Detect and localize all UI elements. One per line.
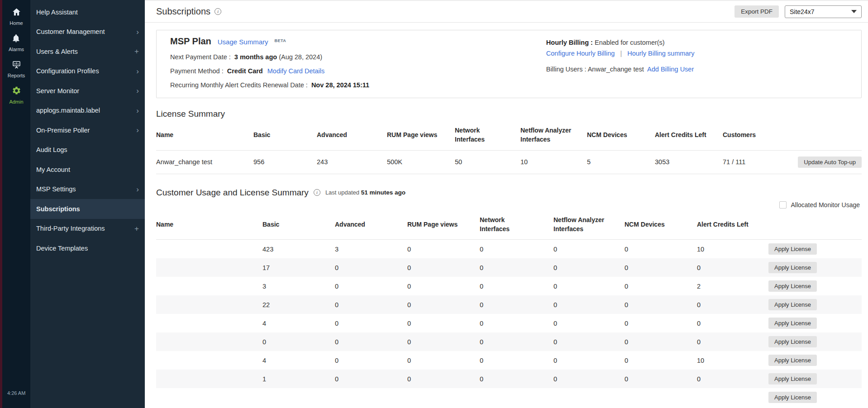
- table-row-partial: Apply License: [156, 388, 862, 407]
- apply-license-button[interactable]: Apply License: [768, 299, 817, 310]
- payment-method-line: Payment Method : Credit Card Modify Card…: [170, 67, 546, 75]
- license-table-row: Anwar_change test 956 243 500K 50 10 5 3…: [156, 151, 862, 174]
- main-content: Subscriptions i Export PDF Site24x7 MSP …: [145, 0, 868, 408]
- table-row: 1000000 Apply License: [156, 370, 862, 388]
- add-billing-user-link[interactable]: Add Billing User: [647, 66, 694, 73]
- plus-icon: +: [134, 225, 139, 232]
- rail-item-home[interactable]: Home: [10, 7, 23, 26]
- admin-menu: Help Assistant Customer Management› User…: [30, 0, 145, 408]
- info-icon[interactable]: i: [215, 8, 221, 15]
- page-header: Subscriptions i Export PDF Site24x7: [145, 1, 868, 23]
- customer-usage-title: Customer Usage and License Summary: [156, 188, 309, 198]
- next-payment-line: Next Payment Date : 3 months ago (Aug 28…: [170, 53, 546, 61]
- rail-item-alarms[interactable]: Alarms: [9, 33, 24, 52]
- sidebar-item-customer-management[interactable]: Customer Management›: [30, 22, 145, 42]
- account-select-value: Site24x7: [790, 8, 814, 15]
- link-separator: |: [620, 50, 622, 57]
- modify-card-details-link[interactable]: Modify Card Details: [267, 67, 325, 75]
- apply-license-button[interactable]: Apply License: [768, 243, 817, 255]
- plus-icon: +: [134, 47, 139, 55]
- table-row: 22000000 Apply License: [156, 295, 862, 314]
- rail-item-label: Admin: [9, 99, 23, 104]
- sidebar-item-third-party-integrations[interactable]: Third-Party Integrations+: [30, 219, 145, 239]
- table-row: 3000002 Apply License: [156, 277, 862, 295]
- table-row: 17000000 Apply License: [156, 258, 862, 277]
- sidebar-item-configuration-profiles[interactable]: Configuration Profiles›: [30, 62, 145, 81]
- caret-down-icon: [851, 10, 857, 13]
- usage-summary-link[interactable]: Usage Summary: [218, 38, 268, 46]
- chevron-right-icon: ›: [136, 185, 139, 193]
- recurring-renewal-line: Recurring Monthly Alert Credits Renewal …: [170, 81, 546, 89]
- chevron-right-icon: ›: [136, 126, 139, 134]
- home-icon: [12, 7, 21, 19]
- usage-table-header: Name Basic Advanced RUM Page views Netwo…: [156, 209, 862, 240]
- msp-plan-box: MSP Plan Usage Summary BETA Next Payment…: [156, 30, 862, 98]
- sidebar-item-msp-settings[interactable]: MSP Settings›: [30, 180, 145, 199]
- apply-license-button[interactable]: Apply License: [768, 336, 817, 347]
- chevron-right-icon: ›: [136, 28, 139, 36]
- sidebar-item-device-templates[interactable]: Device Templates: [30, 238, 145, 258]
- reports-icon: [12, 60, 21, 71]
- icon-rail: Home Alarms Reports Admin 4:26 AM: [2, 0, 30, 408]
- apply-license-button[interactable]: Apply License: [768, 392, 817, 403]
- allocated-monitor-usage-checkbox[interactable]: [779, 201, 787, 209]
- admin-gear-icon: [12, 86, 21, 97]
- rail-item-label: Reports: [8, 73, 25, 78]
- apply-license-button[interactable]: Apply License: [768, 318, 817, 329]
- msp-plan-title: MSP Plan: [170, 36, 211, 47]
- sidebar-item-server-monitor[interactable]: Server Monitor›: [30, 81, 145, 101]
- rail-item-reports[interactable]: Reports: [8, 60, 25, 78]
- apply-license-button[interactable]: Apply License: [768, 262, 817, 273]
- beta-badge: BETA: [274, 38, 286, 43]
- rail-item-admin[interactable]: Admin: [9, 86, 23, 104]
- configure-hourly-billing-link[interactable]: Configure Hourly Billing: [546, 50, 615, 57]
- rail-item-label: Home: [10, 20, 23, 26]
- rail-item-label: Alarms: [9, 47, 24, 52]
- update-auto-top-up-button[interactable]: Update Auto Top-up: [798, 157, 862, 168]
- table-row: 40000010 Apply License: [156, 351, 862, 370]
- chevron-right-icon: ›: [136, 67, 139, 75]
- table-row: 4233000010 Apply License: [156, 240, 862, 258]
- apply-license-button[interactable]: Apply License: [768, 373, 817, 384]
- chevron-right-icon: ›: [136, 87, 139, 95]
- chevron-right-icon: ›: [136, 107, 139, 114]
- alarm-bell-icon: [11, 33, 21, 45]
- license-name: Anwar_change test: [156, 158, 253, 166]
- customer-usage-section: Customer Usage and License Summary i Las…: [156, 188, 862, 407]
- hourly-billing-line: Hourly Billing : Enabled for customer(s): [546, 39, 695, 46]
- apply-license-button[interactable]: Apply License: [768, 280, 817, 292]
- license-summary-title: License Summary: [156, 109, 862, 119]
- billing-users-line: Billing Users : Anwar_change test Add Bi…: [546, 66, 695, 73]
- sidebar-item-my-account[interactable]: My Account: [30, 160, 145, 180]
- account-select[interactable]: Site24x7: [785, 5, 862, 18]
- clock-time: 4:26 AM: [7, 390, 25, 396]
- sidebar-item-audit-logs[interactable]: Audit Logs: [30, 140, 145, 160]
- sidebar-item-on-premise-poller[interactable]: On-Premise Poller›: [30, 120, 145, 140]
- license-table-header: Name Basic Advanced RUM Page views Netwo…: [156, 119, 862, 151]
- table-row: 0000000 Apply License: [156, 332, 862, 351]
- sidebar-item-applogs[interactable]: applogs.maintab.label›: [30, 101, 145, 121]
- apply-license-button[interactable]: Apply License: [768, 355, 817, 366]
- license-summary-section: License Summary Name Basic Advanced RUM …: [156, 109, 862, 174]
- page-body: MSP Plan Usage Summary BETA Next Payment…: [145, 23, 868, 408]
- sidebar-item-help-assistant[interactable]: Help Assistant: [30, 2, 145, 22]
- last-updated-text: Last updated 51 minutes ago: [325, 189, 405, 196]
- info-icon[interactable]: i: [314, 189, 320, 196]
- export-pdf-button[interactable]: Export PDF: [734, 5, 779, 18]
- allocated-monitor-usage-label: Allocated Monitor Usage: [791, 201, 860, 209]
- page-title: Subscriptions: [156, 6, 210, 17]
- sidebar-item-subscriptions[interactable]: Subscriptions: [30, 199, 145, 219]
- table-row: 4000000 Apply License: [156, 314, 862, 332]
- hourly-billing-summary-link[interactable]: Hourly Billing summary: [627, 50, 694, 57]
- sidebar-item-users-alerts[interactable]: Users & Alerts+: [30, 42, 145, 62]
- usage-table-body: 4233000010 Apply License 17000000 Apply …: [156, 240, 862, 407]
